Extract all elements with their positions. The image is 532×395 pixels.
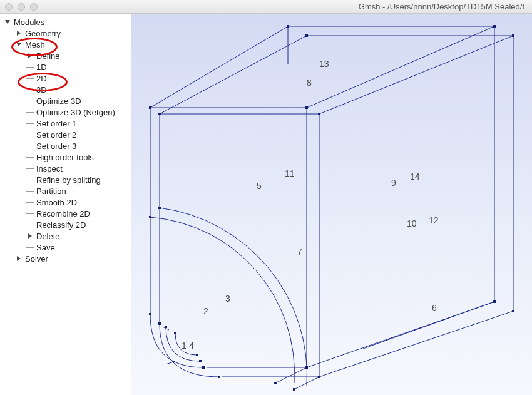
tree-mesh[interactable]: Mesh	[0, 39, 131, 50]
svg-rect-49	[174, 332, 176, 334]
tree-modules[interactable]: Modules	[0, 16, 131, 28]
svg-rect-46	[218, 376, 220, 378]
surface-label-12: 12	[429, 215, 439, 225]
tree-label-smooth2d: Smooth 2D	[35, 198, 77, 207]
tree-connector-icon	[26, 84, 35, 95]
chevron-right-icon[interactable]	[15, 255, 23, 262]
svg-line-20	[319, 36, 513, 114]
surface-label-11: 11	[285, 168, 295, 178]
chevron-right-icon[interactable]	[15, 29, 23, 37]
tree-label-define: Define	[35, 51, 60, 61]
chevron-right-icon[interactable]	[26, 52, 34, 59]
svg-rect-41	[512, 34, 514, 37]
tree-label-opt3dnet: Optimize 3D (Netgen)	[35, 108, 115, 117]
tree-smooth-2d[interactable]: Smooth 2D	[0, 197, 131, 208]
tree-set-order-3[interactable]: Set order 3	[0, 140, 131, 151]
tree-connector-icon	[26, 151, 35, 163]
svg-rect-44	[158, 322, 161, 325]
svg-rect-39	[318, 113, 320, 115]
svg-rect-50	[196, 354, 198, 356]
svg-marker-3	[28, 53, 32, 58]
tree-connector-icon	[26, 219, 35, 230]
tree-connector-icon	[26, 129, 35, 140]
tree-label-reclassify2d: Reclassify 2D	[35, 220, 86, 230]
svg-rect-34	[305, 366, 308, 369]
tree-define[interactable]: Define	[0, 50, 131, 61]
svg-rect-43	[318, 376, 320, 378]
tree-recombine-2d[interactable]: Recombine 2D	[0, 208, 131, 219]
surface-label-13: 13	[319, 59, 329, 69]
minimize-button[interactable]	[18, 3, 25, 11]
tree-label-so3: Set order 3	[35, 141, 76, 151]
surface-label-4: 4	[189, 341, 194, 351]
tree-refine-splitting[interactable]: Refine by splitting	[0, 174, 131, 185]
tree-label-modules: Modules	[13, 18, 44, 27]
surface-label-9: 9	[391, 178, 396, 188]
svg-marker-0	[5, 20, 10, 24]
svg-line-8	[275, 367, 307, 383]
svg-marker-5	[17, 256, 21, 261]
svg-rect-32	[493, 25, 496, 28]
zoom-button[interactable]	[30, 3, 38, 11]
close-button[interactable]	[5, 3, 13, 11]
surface-label-1: 1	[182, 341, 187, 351]
tree-label-so2: Set order 2	[35, 130, 76, 140]
tree-delete[interactable]: Delete	[0, 230, 131, 242]
tree-connector-icon	[26, 242, 35, 253]
svg-rect-36	[149, 216, 151, 218]
tree-partition[interactable]: Partition	[0, 185, 131, 197]
tree-label-save: Save	[35, 243, 55, 252]
app-window: Gmsh - /Users/nnnn/Desktop/TD15M Sealed/…	[0, 0, 532, 395]
tree-geometry[interactable]: Geometry	[0, 28, 131, 39]
tree-connector-icon	[26, 61, 35, 73]
svg-marker-4	[28, 233, 32, 239]
tree-connector-icon	[26, 95, 35, 106]
window-controls	[5, 3, 38, 11]
tree-high-order-tools[interactable]: High order tools	[0, 151, 131, 163]
tree-connector-icon	[26, 197, 35, 208]
tree-connector-icon	[26, 208, 35, 219]
surface-label-5: 5	[257, 181, 262, 191]
content-area: Modules Geometry Mesh Define	[0, 14, 532, 395]
svg-rect-47	[165, 326, 167, 328]
svg-rect-31	[287, 25, 289, 28]
tree-set-order-2[interactable]: Set order 2	[0, 129, 131, 140]
tree-label-so1: Set order 1	[35, 119, 76, 128]
tree-solver[interactable]: Solver	[0, 253, 131, 264]
tree-mesh-2d[interactable]: 2D	[0, 73, 131, 84]
tree-label-inspect: Inspect	[35, 164, 63, 173]
chevron-down-icon[interactable]	[15, 41, 23, 48]
chevron-right-icon[interactable]	[26, 232, 34, 240]
tree-connector-icon	[26, 73, 35, 84]
svg-rect-37	[202, 366, 205, 369]
gl-viewport[interactable]: 1 4 2 3 5 6 7 8 9 10 11 12 13 14	[131, 14, 532, 395]
svg-marker-2	[16, 43, 21, 46]
tree-label-solver: Solver	[24, 254, 48, 264]
tree-set-order-1[interactable]: Set order 1	[0, 118, 131, 129]
svg-line-19	[160, 36, 307, 114]
geometry-canvas[interactable]: 1 4 2 3 5 6 7 8 9 10 11 12 13 14	[131, 14, 532, 395]
tree-inspect[interactable]: Inspect	[0, 163, 131, 174]
svg-rect-33	[493, 300, 496, 303]
surface-label-10: 10	[407, 218, 417, 228]
tree-mesh-3d[interactable]: 3D	[0, 84, 131, 95]
chevron-down-icon[interactable]	[4, 18, 11, 26]
tree-save[interactable]: Save	[0, 242, 131, 253]
module-tree: Modules Geometry Mesh Define	[0, 14, 131, 395]
svg-line-23	[319, 311, 513, 377]
tree-label-partition: Partition	[35, 187, 66, 196]
tree-label-recombine2d: Recombine 2D	[35, 209, 90, 218]
tree-label-2d: 2D	[35, 74, 47, 83]
tree-optimize-3d-netgen[interactable]: Optimize 3D (Netgen)	[0, 106, 131, 118]
svg-rect-38	[158, 113, 161, 115]
tree-connector-icon	[26, 174, 35, 185]
tree-mesh-1d[interactable]: 1D	[0, 61, 131, 73]
surface-label-8: 8	[307, 78, 312, 88]
svg-rect-29	[149, 106, 151, 109]
titlebar: Gmsh - /Users/nnnn/Desktop/TD15M Sealed/…	[0, 0, 532, 14]
tree-connector-icon	[26, 106, 35, 118]
tree-label-1d: 1D	[35, 63, 47, 72]
tree-optimize-3d[interactable]: Optimize 3D	[0, 95, 131, 106]
surface-label-3: 3	[225, 294, 230, 304]
tree-reclassify-2d[interactable]: Reclassify 2D	[0, 219, 131, 230]
